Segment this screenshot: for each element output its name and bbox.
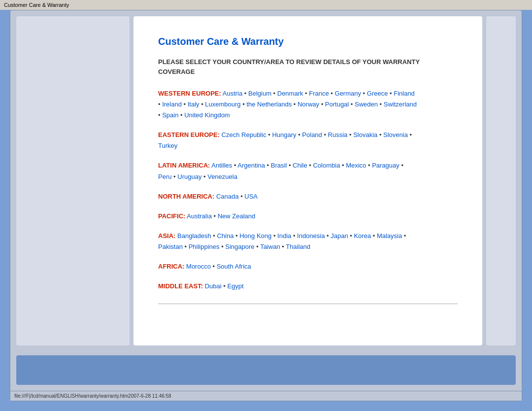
country-dubai[interactable]: Dubai (205, 282, 222, 290)
title-bar-text: Customer Care & Warranty (4, 2, 69, 8)
content-area: Customer Care & Warranty PLEASE SELECT Y… (10, 10, 522, 351)
right-panel (486, 16, 516, 345)
country-turkey[interactable]: Turkey (158, 142, 177, 149)
country-korea[interactable]: Korea (354, 232, 371, 240)
country-taiwan[interactable]: Taiwan (260, 243, 280, 250)
country-hong-kong[interactable]: Hong Kong (239, 232, 271, 240)
country-greece[interactable]: Greece (367, 90, 388, 97)
country-belgium[interactable]: Belgium (248, 90, 271, 97)
country-slovakia[interactable]: Slovakia (353, 131, 377, 138)
country-poland[interactable]: Poland (302, 131, 322, 138)
country-venezuela[interactable]: Venezuela (207, 173, 237, 180)
country-ireland[interactable]: Ireland (162, 101, 182, 108)
country-brasil[interactable]: Brasil (271, 162, 287, 169)
country-switzerland[interactable]: Switzerland (384, 101, 417, 108)
region-asia: ASIA: Bangladesh • China • Hong Kong • I… (158, 231, 458, 252)
country-india[interactable]: India (277, 232, 291, 240)
country-colombia[interactable]: Colombia (313, 162, 340, 169)
country-philippines[interactable]: Philippines (189, 243, 220, 250)
country-thailand[interactable]: Thailand (286, 243, 310, 250)
region-label-north-america: NORTH AMERICA: (158, 193, 214, 200)
country-italy[interactable]: Italy (188, 101, 200, 108)
country-paraguay[interactable]: Paraguay (372, 162, 399, 169)
country-czech-republic[interactable]: Czech Republic (222, 131, 266, 138)
country-germany[interactable]: Germany (335, 90, 361, 97)
country-united-kingdom[interactable]: United Kingdom (184, 111, 230, 119)
country-canada[interactable]: Canada (216, 193, 239, 200)
country-australia[interactable]: Australia (187, 212, 212, 220)
left-panel (16, 16, 130, 345)
region-western-europe: WESTERN EUROPE: Austria • Belgium • Denm… (158, 88, 458, 121)
country-chile[interactable]: Chile (293, 162, 307, 169)
country-sweden[interactable]: Sweden (355, 101, 378, 108)
region-label-latin-america: LATIN AMERICA: (158, 162, 210, 169)
country-antilles[interactable]: Antilles (211, 162, 232, 169)
country-russia[interactable]: Russia (328, 131, 348, 138)
main-panel: Customer Care & Warranty PLEASE SELECT Y… (133, 16, 482, 345)
country-peru[interactable]: Peru (158, 173, 171, 180)
region-eastern-europe: EASTERN EUROPE: Czech Republic • Hungary… (158, 130, 458, 151)
country-finland[interactable]: Finland (394, 90, 415, 97)
country-mexico[interactable]: Mexico (346, 162, 366, 169)
country-spain[interactable]: Spain (162, 111, 178, 119)
country-uruguay[interactable]: Uruguay (177, 173, 201, 180)
region-label-eastern-europe: EASTERN EUROPE: (158, 131, 220, 138)
country-japan[interactable]: Japan (331, 232, 348, 240)
page-title: Customer Care & Warranty (158, 36, 458, 47)
region-label-middle-east: MIDDLE EAST: (158, 282, 203, 290)
country-malaysia[interactable]: Malaysia (377, 232, 402, 240)
title-bar: Customer Care & Warranty (0, 0, 532, 10)
status-bar: file:///F|/lcd/manual/ENGLISH/warranty/w… (10, 391, 522, 401)
country-argentina[interactable]: Argentina (237, 162, 265, 169)
region-middle-east: MIDDLE EAST: Dubai • Egypt (158, 281, 458, 292)
region-africa: AFRICA: Morocco • South Africa (158, 261, 458, 272)
country-bangladesh[interactable]: Bangladesh (177, 232, 211, 240)
region-label-western-europe: WESTERN EUROPE: (158, 90, 221, 97)
country-luxembourg[interactable]: Luxembourg (205, 101, 240, 108)
region-pacific: PACIFIC: Australia • New Zealand (158, 211, 458, 222)
country-norway[interactable]: Norway (298, 101, 319, 108)
country-slovenia[interactable]: Slovenia (383, 131, 408, 138)
country-usa[interactable]: USA (244, 193, 258, 200)
country-south-africa[interactable]: South Africa (217, 263, 251, 270)
country-china[interactable]: China (217, 232, 233, 240)
country-portugal[interactable]: Portugal (325, 101, 349, 108)
region-label-pacific: PACIFIC: (158, 212, 185, 220)
region-latin-america: LATIN AMERICA: Antilles • Argentina • Br… (158, 160, 458, 182)
country-hungary[interactable]: Hungary (272, 131, 296, 138)
country-indonesia[interactable]: Indonesia (297, 232, 325, 240)
status-bar-text: file:///F|/lcd/manual/ENGLISH/warranty/w… (14, 393, 171, 399)
bottom-bar (16, 355, 516, 385)
country-austria[interactable]: Austria (223, 90, 242, 97)
region-label-africa: AFRICA: (158, 263, 184, 270)
intro-text: PLEASE SELECT YOUR COUNTRY/AREA TO REVIE… (158, 57, 458, 76)
region-label-asia: ASIA: (158, 232, 175, 240)
separator (158, 304, 458, 304)
country-denmark[interactable]: Denmark (277, 90, 303, 97)
region-north-america: NORTH AMERICA: Canada • USA (158, 191, 458, 202)
country-singapore[interactable]: Singapore (225, 243, 254, 250)
country-netherlands[interactable]: the Netherlands (246, 101, 292, 108)
country-pakistan[interactable]: Pakistan (158, 243, 183, 250)
country-france[interactable]: France (309, 90, 329, 97)
country-new-zealand[interactable]: New Zealand (218, 212, 256, 220)
browser-window: Customer Care & Warranty PLEASE SELECT Y… (10, 10, 522, 401)
country-egypt[interactable]: Egypt (227, 282, 243, 290)
country-morocco[interactable]: Morocco (186, 263, 211, 270)
